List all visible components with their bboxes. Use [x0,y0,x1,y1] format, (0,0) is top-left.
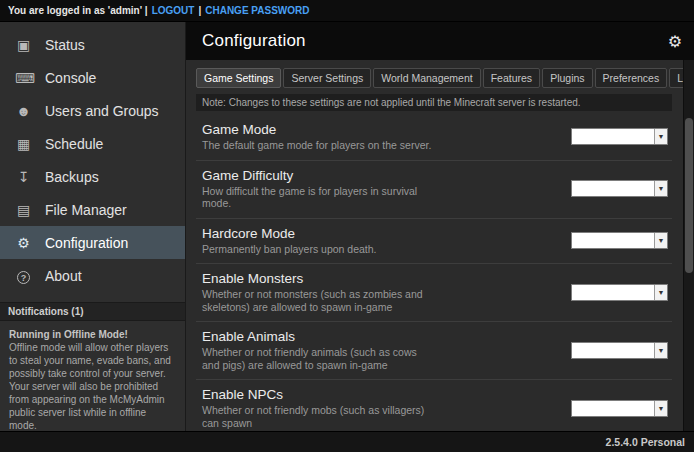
select-value [572,343,654,358]
select-value [572,181,654,196]
hardcore-mode-select[interactable]: ▼ [571,232,668,249]
tab-server-settings[interactable]: Server Settings [283,68,371,88]
tab-bar: Game Settings Server Settings World Mana… [196,68,672,88]
setting-description: Whether or not friendly mobs (such as vi… [202,404,437,429]
chevron-down-icon: ▼ [654,343,667,358]
enable-animals-select[interactable]: ▼ [571,342,668,359]
file-manager-icon: ▤ [15,202,32,218]
main-panel: Configuration ⚙ Game Settings Server Set… [186,22,694,431]
backups-icon: ↧ [15,169,32,185]
game-difficulty-select[interactable]: ▼ [571,180,668,197]
about-question-icon: ? [15,268,32,284]
setting-title: Game Difficulty [202,168,437,183]
chevron-down-icon: ▼ [654,401,667,416]
sidebar-item-file-manager[interactable]: ▤ File Manager [0,193,185,226]
notification-offline-mode: Running in Offline Mode! Offline mode wi… [0,321,185,439]
select-value [572,129,654,144]
notifications-header: Notifications (1) [0,302,185,321]
sidebar: ▣ Status ⌨ Console ☻ Users and Groups ▦ … [0,22,186,431]
setting-title: Enable NPCs [202,387,437,402]
configuration-content: Game Settings Server Settings World Mana… [186,60,694,431]
sidebar-item-console[interactable]: ⌨ Console [0,61,185,94]
configuration-gear-icon: ⚙ [15,235,32,251]
setting-description: Whether or not friendly animals (such as… [202,346,437,371]
chevron-down-icon: ▼ [654,129,667,144]
tab-world-management[interactable]: World Management [373,68,480,88]
chevron-down-icon: ▼ [654,285,667,300]
page-title: Configuration [202,31,306,51]
sidebar-item-schedule[interactable]: ▦ Schedule [0,127,185,160]
setting-row-enable-npcs: Enable NPCs Whether or not friendly mobs… [196,380,672,431]
top-bar: You are logged in as 'admin' | LOGOUT | … [0,0,694,22]
footer-bar: 2.5.4.0 Personal [0,431,694,452]
setting-title: Hardcore Mode [202,226,377,241]
sidebar-item-label: File Manager [45,202,127,218]
select-value [572,285,654,300]
mcmyadmin-window: You are logged in as 'admin' | LOGOUT | … [0,0,694,452]
setting-title: Enable Animals [202,329,437,344]
scrollbar-thumb[interactable] [685,118,693,273]
enable-npcs-select[interactable]: ▼ [571,400,668,417]
logged-in-text: You are logged in as 'admin' | [8,5,148,16]
tab-game-settings[interactable]: Game Settings [196,68,281,88]
setting-row-hardcore-mode: Hardcore Mode Permanently ban players up… [196,219,672,265]
sidebar-item-users-and-groups[interactable]: ☻ Users and Groups [0,94,185,127]
notification-title: Running in Offline Mode! [9,328,176,341]
link-separator: | [198,5,201,16]
sidebar-item-label: Schedule [45,136,103,152]
version-label: 2.5.4.0 Personal [606,436,685,448]
setting-row-enable-monsters: Enable Monsters Whether or not monsters … [196,264,672,322]
tab-features[interactable]: Features [483,68,540,88]
chevron-down-icon: ▼ [654,181,667,196]
select-value [572,401,654,416]
console-icon: ⌨ [15,70,32,86]
logout-link[interactable]: LOGOUT [152,5,195,16]
setting-row-game-mode: Game Mode The default game mode for play… [196,115,672,161]
setting-description: The default game mode for players on the… [202,139,431,152]
sidebar-item-backups[interactable]: ↧ Backups [0,160,185,193]
restart-note: Note: Changes to these settings are not … [196,94,672,111]
sidebar-item-about[interactable]: ? About [0,259,185,292]
status-icon: ▣ [15,37,32,53]
users-icon: ☻ [15,103,32,119]
select-value [572,233,654,248]
sidebar-item-configuration[interactable]: ⚙ Configuration [0,226,185,259]
sidebar-item-label: Configuration [45,235,128,251]
sidebar-item-label: Users and Groups [45,103,159,119]
chevron-down-icon: ▼ [654,233,667,248]
setting-description: Permanently ban players upon death. [202,243,377,256]
sidebar-item-label: Status [45,37,85,53]
sidebar-item-label: Backups [45,169,99,185]
sidebar-nav: ▣ Status ⌨ Console ☻ Users and Groups ▦ … [0,22,185,292]
setting-row-enable-animals: Enable Animals Whether or not friendly a… [196,322,672,380]
setting-title: Game Mode [202,122,431,137]
tab-preferences[interactable]: Preferences [595,68,668,88]
sidebar-item-label: About [45,268,82,284]
vertical-scrollbar[interactable] [683,60,694,431]
setting-description: Whether or not monsters (such as zombies… [202,288,437,313]
setting-description: How difficult the game is for players in… [202,185,437,210]
tab-plugins[interactable]: Plugins [542,68,592,88]
enable-monsters-select[interactable]: ▼ [571,284,668,301]
sidebar-item-status[interactable]: ▣ Status [0,28,185,61]
schedule-icon: ▦ [15,136,32,152]
game-mode-select[interactable]: ▼ [571,128,668,145]
notification-body-text: Offline mode will allow other players to… [9,342,171,431]
setting-title: Enable Monsters [202,271,437,286]
change-password-link[interactable]: CHANGE PASSWORD [205,5,309,16]
main-header: Configuration ⚙ [186,22,694,60]
settings-gear-icon[interactable]: ⚙ [668,32,682,51]
sidebar-item-label: Console [45,70,96,86]
setting-row-game-difficulty: Game Difficulty How difficult the game i… [196,161,672,219]
